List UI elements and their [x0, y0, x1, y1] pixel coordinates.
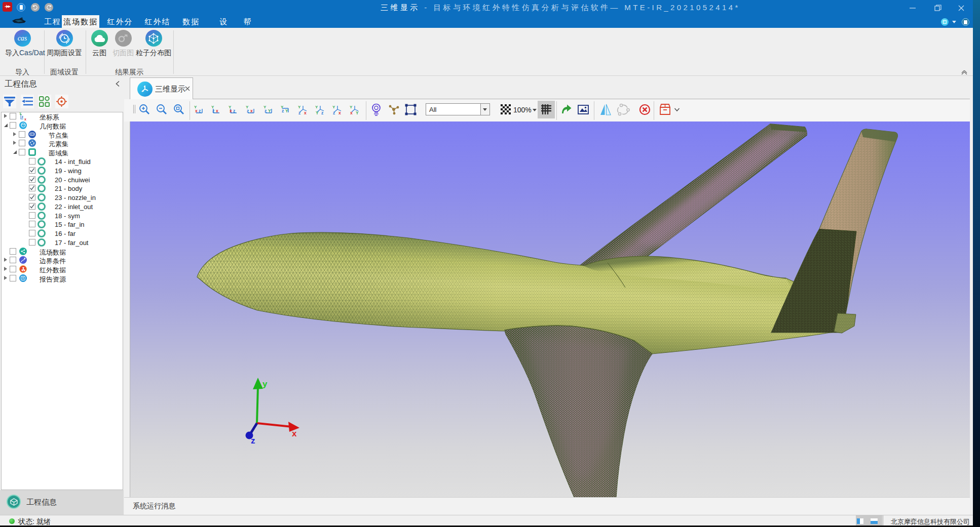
svg-text:Y: Y: [268, 108, 271, 113]
svg-text:Y: Y: [350, 105, 353, 109]
svg-text:z: z: [321, 110, 323, 115]
svg-text:z: z: [247, 108, 249, 113]
svg-text:Y: Y: [298, 105, 301, 109]
svg-text:x: x: [350, 110, 353, 115]
svg-text:z: z: [333, 110, 335, 115]
svg-text:Y: Y: [332, 105, 335, 109]
svg-text:x: x: [338, 110, 341, 115]
svg-text:x: x: [216, 108, 218, 113]
svg-text:z: z: [251, 436, 255, 445]
svg-text:y: y: [262, 379, 268, 389]
svg-text:Y: Y: [356, 110, 359, 115]
svg-text:Y: Y: [315, 105, 318, 109]
svg-text:x: x: [195, 108, 198, 113]
svg-text:x: x: [292, 429, 297, 438]
svg-text:x: x: [250, 108, 253, 113]
svg-text:x: x: [24, 117, 26, 121]
svg-text:Y: Y: [285, 108, 288, 113]
svg-text:z: z: [282, 108, 284, 113]
svg-text:z: z: [212, 108, 214, 113]
svg-text:z: z: [298, 110, 300, 115]
svg-text:z: z: [233, 108, 235, 113]
svg-text:z: z: [199, 108, 201, 113]
svg-text:x: x: [304, 110, 307, 115]
svg-text:x: x: [230, 108, 232, 113]
svg-text:z: z: [22, 115, 24, 118]
svg-text:Y: Y: [19, 112, 21, 115]
svg-text:z: z: [265, 108, 267, 113]
svg-text:Y: Y: [316, 110, 319, 115]
